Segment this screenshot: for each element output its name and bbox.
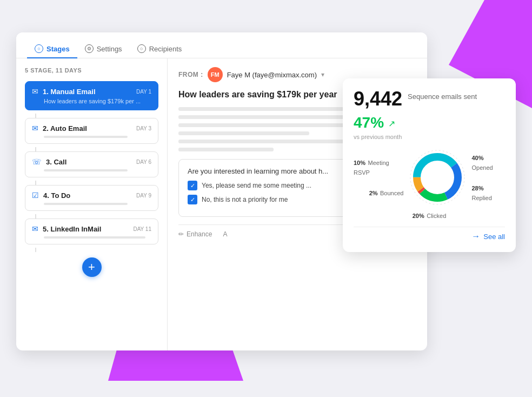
- connector-2: [35, 147, 36, 151]
- stats-label: Sequence emails sent: [408, 92, 477, 102]
- tab-settings-label: Settings: [97, 45, 122, 53]
- label-bounced: 2% Bounced: [369, 188, 404, 197]
- see-all-arrow-icon: →: [471, 231, 480, 241]
- stage-1-header: ✉ 1. Manual Email DAY 1: [32, 87, 151, 96]
- label-replied: 28% Replied: [471, 183, 505, 202]
- see-all-button[interactable]: See all: [483, 233, 505, 241]
- stage-1-left: ✉ 1. Manual Email: [32, 87, 96, 96]
- cta-option-2-text: No, this is not a priority for me: [202, 196, 288, 203]
- stage-4-icon: ☑: [32, 191, 39, 200]
- stage-5-day: DAY 11: [133, 226, 151, 232]
- tab-settings[interactable]: ⚙ Settings: [77, 40, 130, 58]
- stage-4-header: ☑ 4. To Do DAY 9: [32, 191, 151, 200]
- stage-2-icon: ✉: [32, 124, 38, 133]
- left-labels: 10% Meeting RSVP 2% Bounced: [354, 157, 403, 197]
- enhance-icon: ✏: [178, 230, 184, 238]
- body-line-1: [178, 107, 369, 111]
- stage-2-name: 2. Auto Email: [43, 124, 87, 133]
- body-line-4: [178, 131, 309, 135]
- stage-4-day: DAY 9: [136, 193, 151, 199]
- sender-avatar: FM: [208, 67, 223, 82]
- stage-2-day: DAY 3: [136, 125, 151, 131]
- stage-item-2[interactable]: ✉ 2. Auto Email DAY 3: [25, 118, 158, 144]
- from-label: FROM :: [178, 71, 203, 78]
- connector-1: [35, 114, 36, 118]
- checkbox-1-icon: ✓: [188, 181, 197, 190]
- stages-count: 5 STAGE, 11 DAYS: [25, 67, 158, 74]
- chevron-down-icon[interactable]: ▾: [321, 71, 324, 78]
- cta-option-1-text: Yes, please send me some meeting ...: [202, 182, 311, 189]
- stage-2-left: ✉ 2. Auto Email: [32, 124, 87, 133]
- bottom-labels: 20% Clicked: [354, 210, 505, 220]
- enhance-button[interactable]: ✏ Enhance: [178, 230, 212, 238]
- stage-4-desc-bar: [44, 203, 128, 205]
- stage-item-3[interactable]: ☏ 3. Call DAY 6: [25, 151, 158, 177]
- donut-svg: [408, 148, 467, 207]
- body-line-6: [178, 148, 274, 151]
- stats-card: 9,442 Sequence emails sent 47% ↗ vs prev…: [343, 78, 516, 252]
- stage-5-left: ✉ 5. LinkedIn InMail: [32, 224, 101, 233]
- stage-4-name: 4. To Do: [43, 191, 70, 200]
- recipients-tab-icon: ○: [137, 44, 146, 53]
- stage-1-desc: How leaders are saving $179k per ...: [44, 98, 151, 104]
- body-line-3: [178, 123, 369, 127]
- stage-3-desc-bar: [44, 169, 128, 171]
- svg-point-6: [423, 163, 452, 192]
- donut-chart: [408, 148, 467, 207]
- tab-stages[interactable]: ○ Stages: [27, 40, 77, 58]
- stage-3-day: DAY 6: [136, 159, 151, 165]
- stage-1-icon: ✉: [32, 87, 38, 96]
- stage-item-4[interactable]: ☑ 4. To Do DAY 9: [25, 185, 158, 211]
- label-meeting-rsvp: 10% Meeting RSVP: [354, 157, 403, 177]
- settings-tab-icon: ⚙: [85, 44, 94, 53]
- add-stage-button[interactable]: +: [82, 257, 102, 277]
- stages-panel: 5 STAGE, 11 DAYS ✉ 1. Manual Email DAY 1…: [16, 58, 168, 350]
- tab-recipients[interactable]: ○ Recipients: [130, 40, 190, 58]
- stage-3-left: ☏ 3. Call: [32, 157, 66, 166]
- label-clicked: 20% Clicked: [413, 210, 447, 220]
- sender-initials: FM: [211, 71, 220, 78]
- stage-5-desc-bar: [44, 236, 145, 239]
- see-all-row: → See all: [354, 227, 505, 241]
- stage-item-1[interactable]: ✉ 1. Manual Email DAY 1 How leaders are …: [25, 81, 158, 110]
- stage-1-day: DAY 1: [136, 89, 151, 95]
- enhance-label: Enhance: [187, 230, 212, 238]
- sender-name: Faye M (faye@mixmax.com): [227, 71, 317, 79]
- stats-vs-label: vs previous month: [354, 134, 505, 140]
- stage-5-icon: ✉: [32, 224, 38, 233]
- stage-4-left: ☑ 4. To Do: [32, 191, 70, 200]
- stage-5-header: ✉ 5. LinkedIn InMail DAY 11: [32, 224, 151, 233]
- stats-percent: 47%: [354, 114, 384, 131]
- connector-5: [35, 248, 36, 252]
- connector-4: [35, 214, 36, 219]
- stage-5-name: 5. LinkedIn InMail: [43, 225, 101, 233]
- stats-number: 9,442: [354, 89, 402, 109]
- stage-1-name: 1. Manual Email: [43, 88, 96, 96]
- stage-2-desc-bar: [44, 136, 128, 138]
- label-opened: 40% Opened: [471, 153, 505, 172]
- tabs-bar: ○ Stages ⚙ Settings ○ Recipients: [16, 32, 427, 58]
- stages-tab-icon: ○: [35, 44, 43, 53]
- chart-area: 10% Meeting RSVP 2% Bounced: [354, 148, 505, 207]
- font-icon: A: [223, 230, 227, 238]
- trend-up-icon: ↗: [388, 118, 395, 129]
- tab-stages-label: Stages: [46, 45, 70, 53]
- tab-recipients-label: Recipients: [149, 45, 182, 53]
- font-button[interactable]: A: [223, 230, 227, 238]
- connector-3: [35, 181, 36, 185]
- stage-3-header: ☏ 3. Call DAY 6: [32, 157, 151, 166]
- stage-item-5[interactable]: ✉ 5. LinkedIn InMail DAY 11: [25, 219, 158, 244]
- stage-2-header: ✉ 2. Auto Email DAY 3: [32, 124, 151, 133]
- right-labels: 40% Opened 28% Replied: [471, 153, 505, 202]
- stage-3-icon: ☏: [32, 157, 42, 166]
- stage-3-name: 3. Call: [46, 158, 66, 166]
- checkbox-2-icon: ✓: [188, 195, 197, 204]
- stats-header: 9,442 Sequence emails sent: [354, 89, 505, 109]
